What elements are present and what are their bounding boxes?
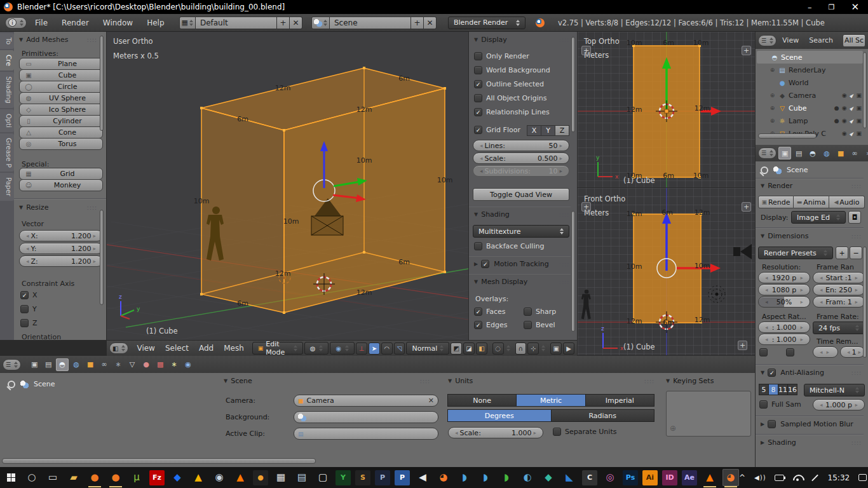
tab-scene[interactable]: ◓: [56, 358, 69, 371]
sampled-motion-blur-header[interactable]: Sampled Motion Blur: [761, 420, 862, 428]
shading-panel-header[interactable]: Shading::::: [761, 438, 862, 447]
unit-system-metric[interactable]: Metric: [516, 394, 585, 407]
npanel-scrollbar-2[interactable]: [571, 211, 575, 332]
render-engine-select[interactable]: Blender Render: [448, 17, 526, 29]
expand-icon[interactable]: ⊕: [769, 92, 776, 98]
check-sharp[interactable]: Sharp: [524, 308, 569, 316]
taskbar-sourcetree[interactable]: Y: [336, 470, 351, 485]
layout-icon[interactable]: ▦: [179, 17, 196, 29]
shading-mode-select[interactable]: Multitexture: [473, 225, 569, 238]
keying-sets-panel-header[interactable]: Keying Sets: [666, 377, 750, 385]
special-grid[interactable]: ▦Grid: [19, 168, 103, 180]
fps-select[interactable]: 24 fps: [813, 322, 865, 334]
pin-icon[interactable]: [761, 166, 768, 174]
checkbox[interactable]: [474, 242, 482, 250]
render-toggle-icon[interactable]: ▣: [856, 130, 862, 137]
resize-z-field[interactable]: Z:1.200: [19, 255, 103, 267]
shading-panel-header[interactable]: Shading::::: [474, 210, 569, 219]
checkbox[interactable]: [768, 369, 776, 377]
taskbar-triangle-blue[interactable]: ◣: [561, 469, 578, 486]
resolution-x-field[interactable]: 1920 p: [758, 272, 810, 283]
add-keying-set-icon[interactable]: ⊕: [670, 424, 676, 433]
aspect-y-field[interactable]: : 1.000: [758, 334, 810, 345]
viewport-top-ortho[interactable]: y x Top Ortho Meters (1) Cube 10m6m10m12…: [577, 32, 755, 188]
expand-icon[interactable]: ⊕: [769, 105, 776, 111]
cursor-select-icon[interactable]: ►: [848, 130, 855, 137]
frame-current-field[interactable]: Fram: 1: [813, 296, 865, 308]
menu-window[interactable]: Window: [97, 18, 139, 27]
grid-scale-field[interactable]: Scale:0.500: [473, 152, 569, 164]
eye-icon[interactable]: ◉: [842, 118, 847, 124]
taskbar-notepad[interactable]: ▤: [294, 469, 310, 486]
aa-samples-8[interactable]: 8: [768, 384, 778, 395]
checkbox[interactable]: [524, 308, 532, 316]
battery-icon[interactable]: [775, 475, 784, 481]
eye-icon[interactable]: ◉: [842, 92, 847, 98]
taskbar-steam[interactable]: ◉: [211, 469, 227, 486]
npanel-scrollbar[interactable]: [571, 37, 575, 132]
primitive-ico-sphere[interactable]: ◇Ico Sphere: [19, 104, 103, 116]
unit-rotation-radians[interactable]: Radians: [551, 409, 655, 422]
expand-region-button[interactable]: +: [581, 46, 591, 55]
taskbar-file-explorer[interactable]: ▰: [65, 469, 82, 486]
aa-samples-11[interactable]: 11: [778, 384, 788, 395]
tab-modifiers[interactable]: ∗: [862, 147, 868, 159]
material-dot-icon[interactable]: ●: [834, 105, 839, 111]
add-scene-button[interactable]: +: [411, 17, 424, 29]
delete-layout-button[interactable]: ✕: [290, 17, 302, 29]
keying-sets-list[interactable]: ⊕: [666, 391, 751, 437]
taskbar-firefox-1[interactable]: ●: [86, 469, 103, 486]
crop-checkbox[interactable]: [786, 348, 794, 356]
orientation-select[interactable]: Normal: [406, 342, 449, 355]
aspect-x-field[interactable]: : 1.000: [758, 322, 810, 333]
pivot-point-select[interactable]: ◉: [330, 342, 355, 355]
toolshelf-tab-opti[interactable]: Opti: [0, 109, 14, 132]
scene-panel-header[interactable]: Scene::::: [224, 377, 430, 385]
resize-x-field[interactable]: X:1.200: [19, 230, 103, 241]
bottom-hscrollbar[interactable]: [2, 458, 316, 464]
taskbar-vlc[interactable]: ▲: [232, 469, 248, 486]
motion-tracking-header[interactable]: Motion Tracking::::: [474, 260, 569, 268]
aa-samples-5[interactable]: 5: [759, 384, 769, 395]
render-toggle-icon[interactable]: ▣: [856, 92, 862, 98]
notification-icon[interactable]: [858, 474, 867, 481]
scene-icon[interactable]: [311, 17, 330, 29]
toggle-quad-view-button[interactable]: Toggle Quad View: [473, 188, 569, 201]
taskbar-disc[interactable]: ◎: [602, 469, 618, 486]
occlude-button[interactable]: ◌: [492, 342, 504, 355]
taskbar-blender-2[interactable]: ◕: [722, 469, 739, 486]
close-button[interactable]: ✕: [851, 3, 859, 12]
unit-scale-field[interactable]: Scale:1.000: [448, 427, 543, 438]
frame-end-field[interactable]: En: 250: [813, 284, 865, 295]
render-animation-button[interactable]: ▬Anima: [794, 196, 829, 208]
eye-icon[interactable]: ◉: [842, 105, 847, 111]
checkbox[interactable]: [474, 66, 482, 74]
delete-scene-button[interactable]: ✕: [424, 17, 437, 29]
checkbox[interactable]: [20, 305, 29, 313]
layout-value[interactable]: Default: [196, 17, 277, 29]
taskbar-dropbox[interactable]: ◆: [169, 469, 186, 486]
render-toggle-icon[interactable]: ▣: [856, 105, 862, 111]
tab-render-layers[interactable]: ▤: [42, 358, 55, 371]
time-remap-old-field[interactable]: [813, 346, 838, 358]
menu-search[interactable]: Search: [804, 36, 837, 44]
separate-units-check[interactable]: Separate Units: [553, 428, 616, 436]
primitive-cube[interactable]: ▣Cube: [19, 69, 103, 81]
camera-combo[interactable]: ■ Camera ✕: [294, 395, 438, 407]
units-panel-header[interactable]: Units::::: [448, 377, 654, 385]
add-layout-button[interactable]: +: [277, 17, 290, 29]
checkbox[interactable]: [474, 80, 482, 88]
expand-region-button-3[interactable]: +: [738, 341, 747, 350]
constraint-axis-y[interactable]: Y: [20, 305, 37, 313]
tab-constraints[interactable]: ∞: [848, 147, 861, 159]
outliner-row-scene[interactable]: ⊕◓Scene: [757, 51, 863, 64]
render-opengl-anim-button[interactable]: ▶: [563, 342, 574, 355]
render-still-button[interactable]: ▣Rende: [758, 196, 794, 208]
toolshelf-scrollbar-2[interactable]: [100, 210, 104, 305]
toolshelf-tab-shading[interactable]: Shading: [0, 72, 14, 108]
unit-system-imperial[interactable]: Imperial: [585, 394, 654, 407]
check-outline-selected[interactable]: Outline Selected: [474, 80, 550, 88]
mesh-display-header[interactable]: Mesh Display::::: [474, 278, 569, 286]
unit-rotation-degrees[interactable]: Degrees: [447, 409, 552, 422]
outliner-hscrollbar[interactable]: [758, 133, 817, 139]
